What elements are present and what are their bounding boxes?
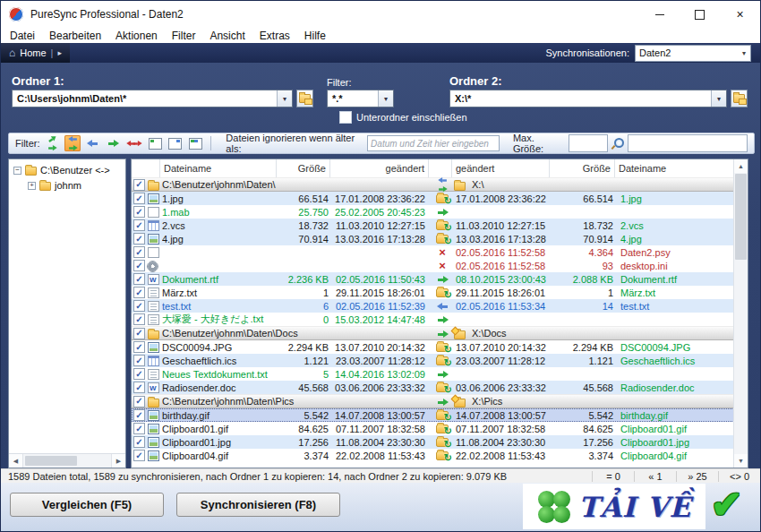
row-checkbox[interactable]: ✓ [133, 355, 145, 366]
row-checkbox[interactable]: ✓ [133, 382, 145, 393]
row-checkbox[interactable]: ✓ [133, 300, 145, 312]
chevron-down-icon[interactable]: ▾ [738, 49, 750, 57]
row-checkbox[interactable]: ✓ [133, 246, 145, 258]
row-checkbox[interactable]: ✓ [133, 328, 145, 339]
row-checkbox[interactable]: ✓ [133, 179, 145, 191]
synchronisationen-select[interactable]: Daten2 ▾ [635, 45, 751, 62]
header-groesse-left[interactable]: Größe [277, 159, 330, 177]
row-checkbox[interactable]: ✓ [133, 287, 145, 298]
table-row-folder[interactable]: ✓C:\Benutzer\johnm\Daten\DocsX:\Docs [132, 326, 734, 340]
scroll-right-icon[interactable]: ▶ [111, 454, 125, 468]
table-row[interactable]: ✓Clipboard01.jpg17.25611.08.2004 23:30:3… [132, 435, 734, 449]
filter-show-both-icon[interactable] [64, 135, 81, 151]
row-checkbox[interactable]: ✓ [133, 423, 145, 434]
row-checkbox[interactable]: ✓ [133, 409, 145, 421]
table-row[interactable]: ✓1.mab25.75025.02.2005 20:45:23 [132, 205, 734, 219]
ordner2-browse-button[interactable] [731, 90, 748, 107]
tab-home[interactable]: ⌂ Home | ▸ [1, 43, 70, 63]
tree-item-benutzer[interactable]: − C:\Benutzer <-> [13, 165, 125, 176]
table-row[interactable]: ✓birthday.gif5.54214.07.2008 13:00:57↻14… [132, 408, 734, 422]
filter-conflict-icon[interactable] [125, 135, 142, 151]
filter-copy-left-icon[interactable] [85, 135, 101, 151]
table-row[interactable]: ✓1.jpg66.51417.01.2008 23:36:22↻17.01.20… [132, 192, 734, 205]
table-row[interactable]: ✓Dokument.rtf2.236 KB02.05.2016 11:50:43… [132, 272, 734, 286]
table-row[interactable]: ✓test.txt602.05.2016 11:52:3902.05.2016 … [132, 299, 734, 313]
table-row[interactable]: ✓大塚愛 - 大好きだよ.txt015.03.2012 14:47:48 [132, 313, 734, 326]
view-list-right-icon[interactable] [167, 135, 184, 151]
header-sync-col[interactable] [429, 159, 452, 177]
filter-combobox[interactable]: *.* ▾ [327, 90, 394, 107]
view-list-left-icon[interactable] [147, 135, 163, 151]
header-dateiname-right[interactable]: Dateiname [615, 159, 748, 177]
table-row[interactable]: ✓Radiosender.doc45.56803.06.2006 23:33:3… [132, 381, 734, 394]
row-checkbox[interactable]: ✓ [133, 313, 145, 325]
tree-expand-icon[interactable]: + [28, 182, 36, 190]
scrollbar-thumb[interactable] [25, 456, 77, 466]
row-checkbox[interactable]: ✓ [133, 206, 145, 218]
chevron-down-icon[interactable]: ▾ [277, 90, 292, 107]
menu-extras[interactable]: Extras [252, 30, 297, 42]
tree-collapse-icon[interactable]: − [13, 167, 21, 175]
row-checkbox[interactable]: ✓ [133, 219, 145, 231]
header-geaendert-right[interactable]: geändert [452, 159, 550, 177]
menu-datei[interactable]: Datei [3, 30, 42, 42]
table-row-folder[interactable]: ✓C:\Benutzer\johnm\Daten\PicsX:\Pics [132, 394, 734, 408]
menu-ansicht[interactable]: Ansicht [202, 30, 252, 42]
row-checkbox[interactable]: ✓ [133, 450, 145, 461]
tree-item-johnm[interactable]: + johnm [28, 180, 125, 191]
tab-arrow-icon[interactable]: ▸ [57, 48, 62, 57]
ignore-older-input[interactable] [367, 135, 500, 151]
ordner1-browse-button[interactable] [296, 90, 313, 107]
table-row[interactable]: ✓2.vcs18.73211.03.2010 12:27:15↻11.03.20… [132, 219, 734, 232]
search-input[interactable] [628, 134, 748, 152]
table-row[interactable]: ✓Clipboard04.gif3.37422.02.2008 11:53:43… [132, 449, 734, 462]
table-row[interactable]: ✓4.jpg70.91413.03.2016 17:13:28↻13.03.20… [132, 232, 734, 245]
row-checkbox[interactable]: ✓ [133, 193, 145, 204]
menu-bearbeiten[interactable]: Bearbeiten [42, 30, 108, 42]
maxsize-input[interactable] [569, 134, 608, 152]
table-row[interactable]: ✓DSC00094.JPG2.294 KB13.07.2010 20:14:32… [132, 340, 734, 354]
row-checkbox[interactable]: ✓ [133, 273, 145, 285]
table-row[interactable]: ✓März.txt129.11.2015 18:26:01↻29.11.2015… [132, 286, 734, 299]
scroll-down-icon[interactable]: ▼ [734, 454, 748, 468]
scrollbar-thumb[interactable] [735, 174, 747, 260]
chevron-down-icon[interactable]: ▾ [378, 90, 393, 107]
table-row[interactable]: ✓Neues Textdokument.txt514.04.2016 13:02… [132, 367, 734, 381]
compare-button[interactable]: Vergleichen (F5) [10, 493, 164, 517]
table-row[interactable]: ✓Clipboard01.gif84.62507.11.2007 18:32:5… [132, 422, 734, 435]
table-row[interactable]: ✓Geschaeftlich.ics1.12123.03.2007 11:28:… [132, 354, 734, 367]
menu-filter[interactable]: Filter [165, 30, 203, 42]
search-icon[interactable] [612, 137, 623, 150]
menu-aktionen[interactable]: Aktionen [108, 30, 165, 42]
row-checkbox[interactable]: ✓ [133, 436, 145, 448]
row-checkbox[interactable]: ✓ [133, 368, 145, 380]
tree-horizontal-scrollbar[interactable]: ◀ ▶ [9, 453, 125, 468]
header-groesse-right[interactable]: Größe [550, 159, 615, 177]
scroll-up-icon[interactable]: ▲ [734, 159, 748, 173]
row-checkbox[interactable]: ✓ [133, 260, 145, 271]
maximize-button[interactable] [680, 1, 720, 28]
header-dateiname-left[interactable]: Dateiname [160, 159, 277, 177]
table-row-folder[interactable]: ✓C:\Benutzer\johnm\Daten\X:\ [132, 177, 734, 192]
ordner1-combobox[interactable]: C:\Users\johnm\Daten\* ▾ [12, 90, 293, 107]
row-checkbox[interactable]: ✓ [133, 396, 145, 408]
scroll-left-icon[interactable]: ◀ [9, 454, 23, 468]
ordner2-combobox[interactable]: X:\* ▾ [449, 90, 727, 107]
view-list-both-icon[interactable] [188, 135, 204, 151]
chevron-down-icon[interactable]: ▾ [711, 90, 726, 107]
minimize-button[interactable] [639, 1, 680, 28]
row-checkbox[interactable]: ✓ [133, 341, 145, 353]
table-vertical-scrollbar[interactable]: ▲ ▼ [733, 159, 748, 468]
file-size-right: 2.088 KB [552, 274, 617, 285]
header-checkbox-col[interactable] [132, 159, 160, 177]
close-button[interactable]: × [720, 1, 760, 28]
row-checkbox[interactable]: ✓ [133, 233, 145, 245]
table-row[interactable]: ✓×02.05.2016 11:52:584.364Daten2.psy [132, 245, 734, 259]
header-geaendert-left[interactable]: geändert [330, 159, 429, 177]
filter-copy-right-icon[interactable] [106, 135, 122, 151]
filter-show-all-icon[interactable] [45, 135, 61, 151]
table-row[interactable]: ✓×02.05.2016 11:52:5893desktop.ini [132, 259, 734, 272]
menu-hilfe[interactable]: Hilfe [297, 30, 333, 42]
subfolder-checkbox[interactable] [339, 111, 352, 124]
synchronize-button[interactable]: Synchronisieren (F8) [176, 493, 340, 517]
